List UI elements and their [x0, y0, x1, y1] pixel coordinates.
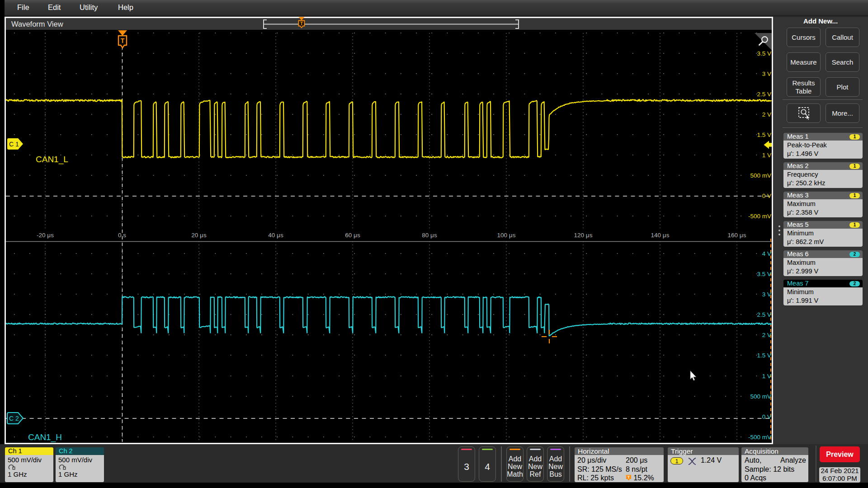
svg-text:-500 mV: -500 mV — [748, 434, 771, 441]
svg-text:140 μs: 140 μs — [651, 232, 670, 239]
svg-text:1 V: 1 V — [762, 152, 771, 159]
svg-text:-500 mV: -500 mV — [748, 213, 771, 220]
svg-text:4 V: 4 V — [762, 250, 771, 257]
svg-text:3 V: 3 V — [762, 291, 771, 298]
svg-text:40 μs: 40 μs — [268, 232, 283, 239]
svg-text:C 1: C 1 — [9, 141, 19, 148]
svg-text:CAN1_H: CAN1_H — [28, 432, 62, 442]
svg-text:80 μs: 80 μs — [422, 232, 437, 239]
svg-text:-20 μs: -20 μs — [37, 232, 54, 239]
svg-text:2 V: 2 V — [762, 332, 771, 338]
svg-text:0 V: 0 V — [762, 192, 771, 199]
svg-text:0 s: 0 s — [118, 232, 126, 239]
svg-text:2 V: 2 V — [762, 111, 771, 118]
svg-text:1.5 V: 1.5 V — [757, 352, 771, 359]
svg-text:3.5 V: 3.5 V — [757, 50, 771, 57]
svg-text:T: T — [300, 21, 303, 26]
svg-text:3.5 V: 3.5 V — [757, 271, 771, 277]
svg-text:0 V: 0 V — [762, 413, 771, 420]
svg-text:T: T — [627, 475, 630, 479]
svg-text:20 μs: 20 μs — [191, 232, 207, 239]
svg-text:3 V: 3 V — [762, 70, 771, 77]
svg-text:60 μs: 60 μs — [345, 232, 360, 239]
svg-text:C 2: C 2 — [9, 415, 19, 422]
svg-text:100 μs: 100 μs — [497, 232, 516, 239]
svg-text:500 mV: 500 mV — [750, 393, 771, 400]
svg-text:1.5 V: 1.5 V — [757, 131, 771, 138]
svg-text:2.5 V: 2.5 V — [757, 311, 771, 318]
svg-text:120 μs: 120 μs — [574, 232, 593, 239]
svg-text:500 mV: 500 mV — [750, 172, 771, 179]
svg-text:CAN1_L: CAN1_L — [36, 155, 68, 164]
svg-text:160 μs: 160 μs — [728, 232, 746, 239]
svg-text:2.5 V: 2.5 V — [757, 91, 771, 98]
svg-text:1 V: 1 V — [762, 373, 771, 380]
svg-text:T: T — [121, 37, 125, 44]
